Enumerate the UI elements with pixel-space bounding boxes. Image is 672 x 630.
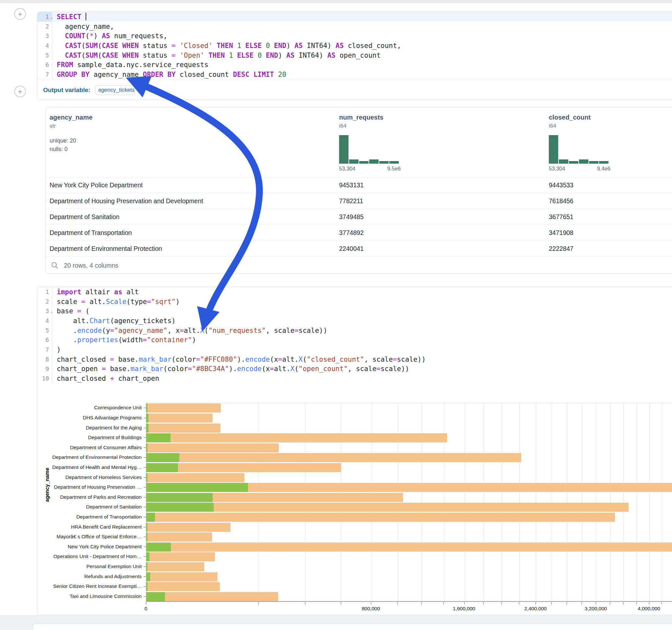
code-token: = — [188, 365, 192, 373]
code-token: chart_open — [114, 374, 159, 382]
code-token: AS — [286, 51, 294, 59]
code-token: ). — [229, 365, 237, 373]
code-token: (color — [171, 356, 196, 363]
bar-closed — [146, 453, 521, 462]
code-token: mark_bar — [130, 365, 163, 373]
code-token: ) — [57, 346, 61, 354]
code-token — [241, 42, 245, 50]
code-token: "#FFC080" — [200, 356, 237, 363]
x-axis-tick — [519, 602, 519, 604]
bar-open — [146, 503, 214, 512]
column-header: agency_namestrunique: 20nulls: 0 — [50, 114, 92, 153]
code-text: .encode(y="agency_name", x=alt.X("num_re… — [52, 327, 328, 335]
histogram-bar — [349, 160, 359, 164]
bar-closed — [146, 562, 204, 571]
code-token: END — [274, 42, 286, 50]
add-cell-button[interactable]: + — [14, 8, 26, 20]
column-type: i64 — [549, 123, 610, 129]
code-token: INT64) — [303, 42, 336, 50]
y-axis-label: Taxi and Limousine Commission — [37, 593, 142, 599]
table-cell: Department of Housing Preservation and D… — [50, 193, 203, 209]
y-axis-tick — [144, 566, 146, 567]
fold-chevron-icon[interactable]: ⌄ — [50, 12, 53, 22]
python-editor[interactable]: 1import altair as alt2scale = alt.Scale(… — [37, 287, 672, 383]
bar-open — [146, 592, 165, 601]
search-icon[interactable] — [51, 262, 59, 269]
python-code-cell: 1import altair as alt2scale = alt.Scale(… — [37, 287, 672, 615]
output-variable-pill[interactable]: agency_tickets — [95, 85, 135, 95]
code-line: 1⌄SELECT — [37, 12, 672, 22]
table-cell: 7618456 — [549, 193, 573, 209]
bar-closed — [146, 542, 672, 552]
line-number: 3 — [37, 31, 52, 41]
table-cell: 7782211 — [339, 193, 363, 209]
histogram-bar — [359, 161, 368, 164]
code-token: Scale — [106, 298, 126, 306]
x-axis-tick — [661, 602, 662, 604]
code-text: agency_name, — [52, 23, 114, 30]
add-cell-button[interactable]: + — [14, 86, 26, 97]
bar-open — [146, 433, 170, 442]
code-token: 0 — [258, 51, 262, 59]
table-header: agency_namestrunique: 20nulls: 0num_requ… — [46, 107, 672, 177]
code-token — [262, 51, 266, 59]
histogram-bar — [589, 161, 598, 164]
code-text: alt.Chart(agency_tickets) — [52, 317, 176, 325]
x-axis-label: 2,400,000 — [525, 606, 547, 611]
code-token: SUM — [86, 51, 98, 59]
line-number: 1 — [37, 287, 52, 297]
table-cell: 9453131 — [339, 177, 364, 193]
code-line: 8chart_closed = base.mark_bar(color="#FF… — [37, 355, 672, 364]
x-axis-tick — [610, 602, 610, 604]
histogram-axis-labels: 53,3049.4e6 — [549, 166, 610, 172]
table-cell: Department of Sanitation — [50, 209, 120, 225]
code-token — [270, 42, 274, 50]
gridline — [341, 403, 341, 602]
line-number: 4 — [37, 41, 52, 51]
code-token: scale)) — [381, 365, 409, 373]
code-token: chart_closed — [57, 374, 110, 382]
code-token: (y — [102, 327, 110, 335]
gridline — [623, 403, 624, 602]
x-axis-tick — [146, 602, 146, 604]
code-token: closed_count, — [344, 42, 401, 50]
sql-code-cell: 1⌄SELECT 2 agency_name,3 COUNT(*) AS num… — [37, 12, 672, 100]
bar-open — [146, 413, 148, 422]
code-token: COUNT — [65, 32, 85, 40]
code-token: "container" — [147, 336, 192, 344]
table-cell: New York City Police Department — [50, 177, 143, 193]
gridline — [464, 403, 465, 602]
y-axis-tick — [144, 477, 146, 478]
gridline — [596, 403, 597, 602]
notebook-page: + + 1⌄SELECT 2 agency_name,3 COUNT(*) AS… — [0, 0, 672, 630]
code-token: agency_name, — [57, 23, 114, 30]
code-token — [233, 51, 237, 59]
fold-chevron-icon[interactable]: ⌄ — [50, 307, 53, 316]
code-token — [204, 51, 209, 59]
table-cell: 3471908 — [549, 225, 573, 241]
code-token: , scale — [266, 327, 295, 335]
code-text: .properties(width="container") — [52, 336, 196, 344]
histogram-bars — [339, 135, 401, 164]
code-text: CAST(SUM(CASE WHEN status = 'Closed' THE… — [52, 42, 401, 50]
chart-plot-area — [146, 403, 672, 601]
line-number: 9 — [37, 364, 52, 374]
y-axis-label: Operations Unit - Department of Hom… — [37, 554, 142, 559]
sql-editor[interactable]: 1⌄SELECT 2 agency_name,3 COUNT(*) AS num… — [37, 12, 672, 79]
column-stat: nulls: 0 — [50, 145, 92, 153]
x-axis-label: 1,600,000 — [453, 606, 475, 611]
table-cell: 3774892 — [339, 225, 364, 241]
code-token: open_count — [336, 51, 381, 59]
y-axis-label: DHS Advantage Programs — [37, 415, 142, 421]
line-number: 2 — [37, 22, 52, 31]
code-token — [118, 51, 123, 59]
code-token: SELECT — [57, 13, 86, 21]
code-token: (color — [163, 365, 188, 373]
y-axis-tick — [144, 447, 146, 448]
code-token: (x — [262, 365, 270, 373]
x-axis-tick — [535, 602, 536, 604]
bar-closed — [146, 592, 278, 601]
bar-closed — [146, 423, 220, 433]
y-axis-label: Department of Homeless Services — [37, 475, 142, 480]
code-token: X — [298, 356, 303, 363]
